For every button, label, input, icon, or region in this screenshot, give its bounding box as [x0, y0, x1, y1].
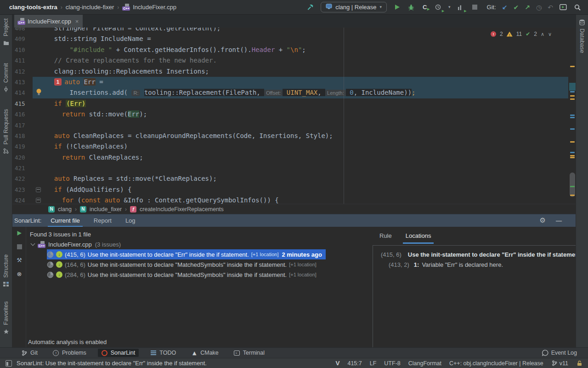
fold-marker-icon[interactable]	[36, 198, 41, 203]
breadcrumb-item[interactable]: clang	[58, 206, 72, 213]
debug-button[interactable]	[407, 3, 415, 12]
breadcrumb-item[interactable]: IncludeFixer.cpp	[133, 4, 176, 11]
status-widget[interactable]: LF	[370, 360, 377, 367]
line-number[interactable]: 419	[12, 141, 33, 152]
code-line[interactable]: 415 if (Err)	[12, 98, 568, 109]
tab-current-file[interactable]: Current file	[50, 214, 81, 227]
stripe-mark[interactable]	[570, 128, 575, 130]
code-line[interactable]: 412 clang::tooling::Replacements Inserti…	[12, 66, 568, 77]
line-number[interactable]: 418	[12, 131, 33, 141]
code-line[interactable]: 416 return std::move(Err);	[12, 109, 568, 120]
run-button[interactable]	[393, 3, 401, 12]
run-configuration-select[interactable]: clang | Release ▾	[321, 2, 387, 12]
prev-error-icon[interactable]: ∧	[541, 32, 544, 37]
stripe-mark[interactable]	[570, 141, 575, 143]
expand-chevron-icon[interactable]	[31, 241, 35, 246]
toolwindow-button-todo[interactable]: TODO	[147, 349, 180, 357]
inspections-widget[interactable]: ! 2 ! 11 ✔ 2 ∧ ∨	[491, 31, 552, 37]
status-widget[interactable]: C++: obj.clangIncludeFixer | Release	[449, 360, 543, 367]
tab-locations[interactable]: Locations	[406, 230, 431, 242]
toolwindow-button-sonarlint[interactable]: SonarLint	[98, 349, 139, 357]
breadcrumb-item[interactable]: createIncludeFixerReplacements	[140, 206, 224, 213]
stripe-mark[interactable]	[570, 95, 575, 97]
event-log-button[interactable]: Event Log	[538, 349, 588, 357]
fold-marker-icon[interactable]	[36, 187, 41, 192]
stripe-mark[interactable]	[570, 157, 575, 158]
toolwindow-switcher-icon[interactable]	[6, 360, 12, 367]
code-line[interactable]: 423 if (AddQualifiers) {	[12, 184, 568, 195]
gear-icon[interactable]: ⚙	[540, 217, 546, 224]
status-widget[interactable]: 415:7	[347, 360, 362, 367]
rollback-icon[interactable]: ↶	[548, 4, 553, 11]
intention-bulb-icon[interactable]	[36, 87, 42, 98]
editor-scrollbar[interactable]	[570, 172, 575, 197]
line-number[interactable]: 423	[12, 184, 33, 195]
code-line[interactable]: 411 // Create replacements for the new h…	[12, 55, 568, 66]
close-tab-icon[interactable]: ×	[75, 18, 79, 25]
code-line[interactable]: 422 auto Replaces = std::move(*CleanRepl…	[12, 173, 568, 184]
stripe-mark[interactable]	[570, 195, 575, 196]
code-line[interactable]: 414 Insertions.add( R: tooling::Replacem…	[12, 87, 568, 98]
profiler-dropdown-arrow[interactable]: ▾	[448, 5, 451, 9]
code-line[interactable]: 420 return CleanReplaces;	[12, 152, 568, 163]
run-anything-icon[interactable]	[559, 3, 567, 12]
clear-icon[interactable]: ⊗	[12, 271, 26, 277]
line-number[interactable]: 415	[12, 98, 33, 109]
tab-rule[interactable]: Rule	[379, 230, 392, 242]
breadcrumb-item[interactable]: include_fixer	[90, 206, 122, 213]
line-number[interactable]: 411	[12, 55, 33, 66]
next-error-icon[interactable]: ∨	[548, 32, 552, 37]
stripe-mark[interactable]	[569, 83, 576, 91]
stripe-mark[interactable]	[570, 152, 575, 153]
toolwindow-button-terminal[interactable]: >Terminal	[230, 349, 268, 357]
line-number[interactable]: 412	[12, 66, 33, 77]
attach-profiler-button[interactable]	[457, 3, 465, 12]
line-number[interactable]: 409	[12, 34, 33, 44]
git-branch-widget[interactable]: v11	[551, 360, 568, 367]
code-line[interactable]: 413 1auto Err =	[12, 77, 568, 87]
issue-row[interactable]: ↓(164, 6) Use the init-statement to decl…	[47, 259, 320, 270]
code-line[interactable]: 421	[12, 163, 568, 173]
breadcrumb-item[interactable]: clang-include-fixer	[66, 4, 114, 11]
line-number[interactable]: 414	[12, 87, 33, 98]
line-number[interactable]: 424	[12, 195, 33, 204]
error-stripe[interactable]	[569, 28, 576, 204]
code-line[interactable]: 409 std::string IncludeName =	[12, 34, 568, 44]
status-widget[interactable]: ClangFormat	[408, 360, 441, 367]
code-line[interactable]: 410 "#include " + Context.getHeaderInfos…	[12, 45, 568, 55]
stripe-mark[interactable]	[570, 117, 575, 118]
profiler-button[interactable]	[434, 3, 442, 12]
vim-icon[interactable]: V	[335, 360, 339, 367]
editor-tab[interactable]: C++ IncludeFixer.cpp ×	[14, 15, 83, 28]
stripe-mark[interactable]	[570, 186, 575, 187]
file-node[interactable]: C++ IncludeFixer.cpp (3 issues)	[31, 239, 121, 249]
run-with-coverage-button[interactable]: C	[421, 4, 428, 11]
line-number[interactable]: 416	[12, 109, 33, 120]
stripe-mark[interactable]	[570, 91, 575, 92]
line-number[interactable]: 420	[12, 152, 33, 163]
tab-report[interactable]: Report	[93, 214, 113, 227]
toolwindow-button-problems[interactable]: !Problems	[49, 349, 90, 357]
toolwindow-button-git[interactable]: Git	[17, 349, 41, 357]
build-hammer-icon[interactable]	[306, 3, 315, 12]
git-push-icon[interactable]: ↗	[525, 4, 530, 11]
analyze-run-icon[interactable]	[12, 230, 26, 236]
code-line[interactable]: 424 for (const auto &Info : Context.getQ…	[12, 195, 568, 204]
git-commit-icon[interactable]: ✔	[514, 4, 519, 11]
code-line[interactable]: 418 auto CleanReplaces = cleanupAroundRe…	[12, 131, 568, 141]
history-icon[interactable]: ◷	[536, 4, 542, 11]
stripe-mark[interactable]	[570, 98, 575, 100]
stop-button[interactable]	[471, 3, 479, 12]
breadcrumb-item[interactable]: clang-tools-extra	[9, 4, 57, 11]
issue-row[interactable]: ↓(284, 6) Use the init-statement to decl…	[47, 270, 320, 280]
line-number[interactable]: 417	[12, 120, 33, 131]
sidebar-item-database[interactable]: Database	[579, 18, 588, 27]
line-number[interactable]: 408	[12, 28, 33, 34]
line-number[interactable]: 421	[12, 163, 33, 173]
lock-icon[interactable]	[576, 360, 582, 367]
stripe-mark[interactable]	[570, 155, 575, 156]
stripe-mark[interactable]	[570, 66, 575, 67]
configure-icon[interactable]: ⚒	[12, 257, 26, 263]
status-widget[interactable]: UTF-8	[384, 360, 400, 367]
code-line[interactable]: 417	[12, 120, 568, 131]
